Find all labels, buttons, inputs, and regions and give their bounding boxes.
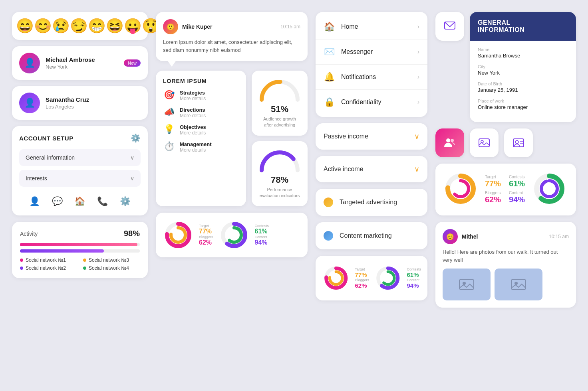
city-field-value: New York <box>478 70 568 76</box>
activity-percent: 98% <box>124 229 140 238</box>
donut-svg-1 <box>162 219 194 251</box>
strategies-sub: More details <box>180 96 206 101</box>
stats-content: 94% <box>407 282 421 289</box>
top-stat-contests-label: Contests <box>509 175 525 179</box>
svg-point-26 <box>541 181 557 197</box>
nav-settings-icon[interactable]: ⚙️ <box>120 196 131 207</box>
lock-icon: 🔒 <box>324 97 335 107</box>
lorem-title: LOREM IPSUM <box>163 78 239 84</box>
arrow-right-icon-notifications: › <box>417 73 419 81</box>
emoji-2[interactable]: 😊 <box>34 18 52 34</box>
content-marketing-card[interactable]: Content marketing <box>316 222 427 249</box>
mithel-message-card: 😊 Mithel 10:15 am Hello! Here are photos… <box>435 222 576 308</box>
activity-card: Activity 98% Social network №1 Social ne… <box>12 222 148 278</box>
name-field-value: Samantha Browse <box>478 53 568 59</box>
nav-home-icon[interactable]: 🏠 <box>74 196 85 207</box>
targeted-advertising-card[interactable]: Targeted advertising <box>316 189 427 216</box>
group-widget[interactable] <box>435 128 464 157</box>
svg-point-18 <box>515 140 518 144</box>
emoji-3[interactable]: 😢 <box>52 18 70 34</box>
legend-dot-4 <box>83 267 86 270</box>
avatar-mike: 🙂 <box>163 19 178 34</box>
user-card-samantha[interactable]: 👤 Samantha Cruz Los Angeles <box>12 86 148 120</box>
stats-donut-svg-2 <box>374 262 402 294</box>
account-title: ACCOUNT SETUP <box>19 135 74 142</box>
menu-item-home[interactable]: 🏠 Home › <box>316 14 427 39</box>
emoji-6[interactable]: 😆 <box>106 18 124 34</box>
menu-item-messenger[interactable]: ✉️ Messenger › <box>316 39 427 65</box>
gauge-pct-2: 78% <box>271 175 288 185</box>
active-income-card[interactable]: Active income ∨ <box>316 156 427 182</box>
emoji-5[interactable]: 😁 <box>88 18 106 34</box>
bubble-tail <box>168 61 176 67</box>
objectives-sub: More details <box>180 130 206 136</box>
menu-label-home: Home <box>341 23 411 30</box>
gauge-pct-1: 51% <box>271 104 288 115</box>
gen-info-title: GENERAL INFORMATION <box>478 19 568 34</box>
menu-label-confidentiality: Confidentiality <box>341 99 411 106</box>
passive-income-card[interactable]: Passive income ∨ <box>316 123 427 150</box>
general-info-card: GENERAL INFORMATION Name Samantha Browse… <box>470 12 576 122</box>
svg-point-8 <box>330 272 342 284</box>
work-field-value: Online store manager <box>478 104 568 110</box>
image-widget[interactable] <box>470 128 499 157</box>
menu-label-notifications: Notifications <box>341 73 411 81</box>
lorem-item-strategies[interactable]: 🎯 Strategies More details <box>163 90 239 101</box>
interests-dropdown[interactable]: Interests ∨ <box>19 170 141 187</box>
management-icon: ⏱️ <box>163 141 175 152</box>
active-income-label: Active income <box>324 166 364 173</box>
gen-info-header: GENERAL INFORMATION <box>470 12 576 41</box>
arrow-right-icon-messenger: › <box>417 48 419 55</box>
stat-label-content: Content <box>255 235 269 239</box>
messenger-icon: ✉️ <box>324 47 335 57</box>
svg-point-28 <box>463 282 466 285</box>
menu-item-notifications[interactable]: 🔔 Notifications › <box>316 65 427 90</box>
id-widget[interactable] <box>504 128 533 157</box>
stat-value-contests: 61% <box>255 228 269 235</box>
nav-message-icon[interactable]: 💬 <box>52 196 63 207</box>
lorem-item-objectives[interactable]: 💡 Objectives More details <box>163 124 239 136</box>
content-dot-icon <box>324 231 333 241</box>
management-sub: More details <box>180 147 211 153</box>
new-badge: New <box>124 59 141 67</box>
objectives-icon: 💡 <box>163 124 175 134</box>
directions-label: Directions <box>180 107 206 113</box>
message-widget[interactable] <box>435 12 464 41</box>
work-field-label: Place of work <box>478 99 568 103</box>
dob-field-label: Date of Birth <box>478 81 568 86</box>
stat-value-content: 94% <box>255 239 269 246</box>
emoji-4[interactable]: 😏 <box>70 18 88 34</box>
legend-label-3: Social network №3 <box>89 257 129 263</box>
progress-bar-1-fill <box>20 243 137 246</box>
targeted-label: Targeted advertising <box>340 199 397 206</box>
activity-label: Activity <box>20 231 38 237</box>
stats-bloggers: 62% <box>355 282 369 289</box>
bottom-donut-card: Target 77% Bloggers 62% Contests 61% Con… <box>156 213 308 257</box>
nav-phone-icon[interactable]: 📞 <box>97 196 108 207</box>
general-info-dropdown[interactable]: General information ∨ <box>19 149 141 166</box>
top-stats-card: Target 77% Contests 61% Bloggers 62% Con… <box>435 164 576 215</box>
stats-donut-card: Target 77% Bloggers 62% Contests 61% Con… <box>316 256 427 300</box>
top-stat-bloggers-label: Bloggers <box>485 191 501 195</box>
top-stat-content-value: 94% <box>509 195 525 204</box>
passive-income-arrow: ∨ <box>414 132 419 141</box>
menu-item-confidentiality[interactable]: 🔒 Confidentiality › <box>316 90 427 115</box>
lorem-item-directions[interactable]: 📣 Directions More details <box>163 107 239 118</box>
gen-info-work-row: Place of work Online store manager <box>478 99 568 110</box>
city-field-label: City <box>478 64 568 69</box>
nav-user-icon[interactable]: 👤 <box>29 196 40 207</box>
legend-label-1: Social network №1 <box>26 257 66 263</box>
objectives-label: Objectives <box>180 124 206 130</box>
mithel-images <box>443 269 569 300</box>
lorem-item-management[interactable]: ⏱️ Management More details <box>163 141 239 153</box>
gen-info-dob-row: Date of Birth January 25, 1991 <box>478 81 568 93</box>
msg-time-mike: 10:15 am <box>280 24 300 30</box>
emoji-1[interactable]: 😄 <box>16 18 34 34</box>
stat-value-bloggers: 62% <box>199 239 213 246</box>
gear-icon[interactable]: ⚙️ <box>131 133 141 143</box>
progress-bar-1-bg <box>20 243 140 246</box>
emoji-7[interactable]: 😛 <box>124 18 142 34</box>
directions-icon: 📣 <box>163 107 175 117</box>
donut-svg-2 <box>218 219 250 251</box>
user-card-michael[interactable]: 👤 Michael Ambrose New York New <box>12 46 148 80</box>
